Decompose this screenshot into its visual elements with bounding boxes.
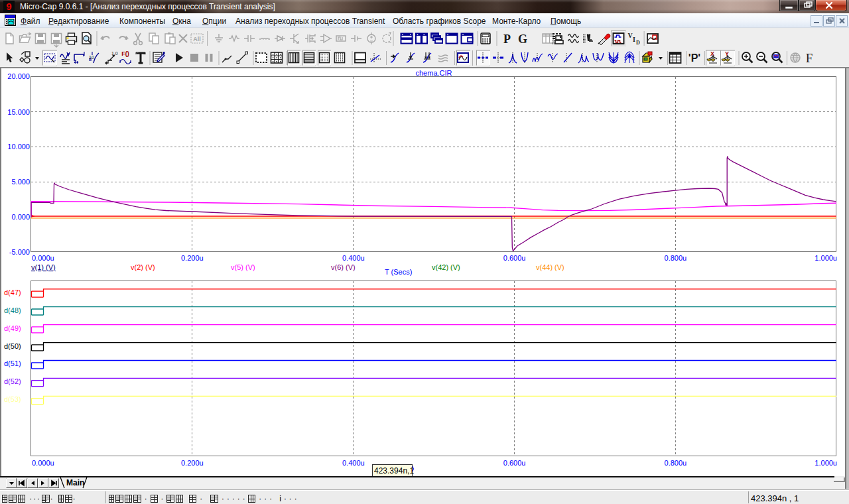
svg-text:0.000: 0.000	[11, 213, 30, 221]
svg-text:d(53): d(53)	[4, 395, 21, 403]
svg-text:d(49): d(49)	[4, 324, 21, 332]
svg-text:0.600u: 0.600u	[503, 254, 526, 262]
svg-text:d(52): d(52)	[4, 377, 21, 385]
svg-text:15.000: 15.000	[7, 108, 30, 116]
svg-text:10.000: 10.000	[7, 143, 30, 151]
svg-text:0.200u: 0.200u	[181, 459, 204, 467]
svg-text:v(5) (V): v(5) (V)	[231, 263, 255, 271]
svg-text:-5.000: -5.000	[9, 248, 30, 256]
svg-text:chema.CIR: chema.CIR	[415, 69, 452, 77]
svg-text:0.000u: 0.000u	[32, 254, 54, 262]
svg-text:d(51): d(51)	[4, 359, 21, 367]
svg-text:v(44) (V): v(44) (V)	[536, 263, 564, 271]
svg-text:5.000: 5.000	[11, 178, 30, 186]
svg-text:Main: Main	[66, 478, 84, 487]
svg-text:T (Secs): T (Secs)	[385, 268, 412, 276]
svg-text:v(2) (V): v(2) (V)	[131, 263, 155, 271]
svg-text:v(1) (V): v(1) (V)	[31, 263, 56, 271]
svg-text:v(6) (V): v(6) (V)	[331, 263, 356, 271]
svg-text:1.000u: 1.000u	[815, 459, 837, 467]
svg-text:0.600u: 0.600u	[503, 459, 526, 467]
svg-text:0.400u: 0.400u	[342, 459, 365, 467]
svg-text:1.000u: 1.000u	[815, 254, 837, 262]
svg-text:423.394n,1: 423.394n,1	[374, 466, 414, 475]
svg-text:0.400u: 0.400u	[342, 254, 365, 262]
svg-text:d(48): d(48)	[4, 306, 21, 314]
svg-text:d(47): d(47)	[4, 288, 21, 296]
svg-text:0.800u: 0.800u	[665, 459, 687, 467]
svg-text:0.200u: 0.200u	[181, 254, 204, 262]
svg-text:20.000: 20.000	[7, 72, 30, 80]
svg-text:0.000u: 0.000u	[32, 459, 54, 467]
svg-text:d(50): d(50)	[4, 342, 21, 350]
svg-text:0.800u: 0.800u	[665, 254, 687, 262]
svg-text:v(42) (V): v(42) (V)	[432, 263, 460, 271]
